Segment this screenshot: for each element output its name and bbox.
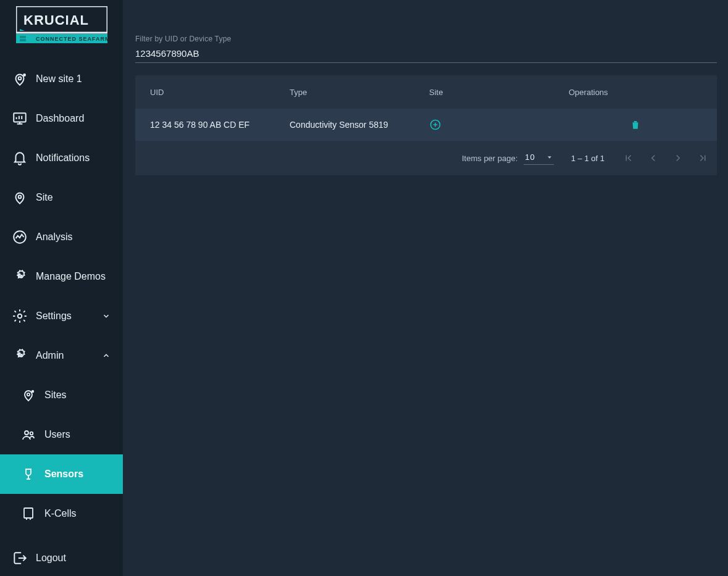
svg-point-15	[25, 431, 28, 435]
logout-icon	[11, 549, 28, 567]
sidebar-item-label: Users	[44, 429, 112, 440]
col-operations: Operations	[569, 88, 702, 97]
users-icon	[20, 426, 37, 443]
table-footer: Items per page: 10 1 – 1 of 1	[135, 141, 717, 175]
krucial-logo-icon: KRUCIAL CONNECTED SEAFARM	[16, 6, 107, 43]
sidebar-item-analysis[interactable]: Analysis	[0, 217, 123, 257]
items-per-page: Items per page: 10	[462, 151, 554, 165]
sidebar-item-settings[interactable]: Settings	[0, 296, 123, 336]
sidebar-item-label: Analysis	[36, 232, 112, 243]
bell-icon	[11, 149, 28, 167]
svg-point-14	[31, 390, 34, 393]
filter-input[interactable]	[135, 46, 717, 63]
sensor-icon	[20, 465, 37, 483]
sidebar-item-sites[interactable]: Sites	[0, 375, 123, 415]
svg-rect-5	[20, 39, 26, 41]
cell-site	[429, 119, 569, 131]
sensors-table: UID Type Site Operations 12 34 56 78 90 …	[135, 75, 717, 175]
svg-point-12	[18, 314, 22, 319]
sidebar-item-sensors[interactable]: Sensors	[0, 454, 123, 494]
cell-uid: 12 34 56 78 90 AB CD EF	[150, 120, 290, 130]
svg-rect-17	[24, 508, 33, 518]
pager	[622, 151, 709, 165]
map-pin-dot-icon	[20, 386, 37, 404]
svg-point-13	[27, 393, 30, 396]
sidebar-item-label: Admin	[36, 350, 93, 361]
sidebar-item-new-site-1[interactable]: New site 1	[0, 59, 123, 99]
items-per-page-value: 10	[525, 152, 535, 162]
map-pin-dot-icon	[11, 70, 28, 88]
svg-text:KRUCIAL: KRUCIAL	[23, 12, 89, 28]
sidebar-item-label: Notifications	[36, 152, 112, 164]
svg-point-16	[30, 432, 33, 435]
filter-label: Filter by UID or Device Type	[135, 35, 717, 43]
sidebar-item-label: Sensors	[44, 469, 112, 480]
table-row: 12 34 56 78 90 AB CD EF Conductivity Sen…	[135, 109, 717, 141]
sidebar-item-notifications[interactable]: Notifications	[0, 138, 123, 178]
sidebar-item-label: Sites	[44, 390, 112, 401]
page-range: 1 – 1 of 1	[571, 154, 605, 163]
gear-icon	[11, 307, 28, 325]
sidebar-item-site[interactable]: Site	[0, 178, 123, 217]
chevron-left-icon	[648, 152, 659, 164]
prev-page-button[interactable]	[646, 151, 660, 165]
sidebar-item-dashboard[interactable]: Dashboard	[0, 99, 123, 138]
svg-marker-1	[20, 29, 25, 31]
svg-point-10	[19, 196, 22, 199]
sidebar-item-admin[interactable]: Admin	[0, 336, 123, 375]
kcell-icon	[20, 505, 37, 522]
svg-rect-4	[20, 36, 26, 38]
last-page-icon	[697, 152, 708, 164]
star-badge-icon	[11, 268, 28, 285]
sidebar-item-label: Logout	[36, 553, 112, 564]
nav: New site 1 Dashboard	[0, 59, 123, 576]
sidebar-item-manage-demos[interactable]: Manage Demos	[0, 257, 123, 296]
sidebar-item-label: Settings	[36, 311, 93, 322]
sidebar: KRUCIAL CONNECTED SEAFARM New site 1	[0, 0, 123, 576]
last-page-button[interactable]	[696, 151, 709, 165]
dropdown-arrow-icon	[546, 154, 553, 161]
cell-operations	[569, 119, 702, 131]
svg-rect-9	[14, 113, 26, 122]
col-uid: UID	[150, 88, 290, 97]
svg-text:CONNECTED SEAFARM: CONNECTED SEAFARM	[36, 36, 107, 42]
sidebar-item-kcells[interactable]: K-Cells	[0, 494, 123, 533]
dashboard-icon	[11, 110, 28, 127]
sidebar-item-label: Site	[36, 192, 112, 203]
map-pin-icon	[11, 189, 28, 206]
sidebar-item-label: Dashboard	[36, 113, 112, 124]
sidebar-item-label: Manage Demos	[36, 271, 112, 282]
sidebar-item-users[interactable]: Users	[0, 415, 123, 454]
plus-circle-icon	[429, 119, 441, 131]
next-page-button[interactable]	[671, 151, 685, 165]
sidebar-item-label: K-Cells	[44, 508, 112, 519]
svg-point-7	[19, 77, 22, 80]
add-site-button[interactable]	[429, 119, 441, 131]
items-per-page-select[interactable]: 10	[524, 151, 553, 165]
col-type: Type	[290, 88, 429, 97]
chevron-down-icon	[101, 311, 112, 322]
first-page-button[interactable]	[622, 151, 635, 165]
chevron-right-icon	[672, 152, 684, 164]
sidebar-item-label: New site 1	[36, 73, 112, 85]
chevron-up-icon	[101, 350, 112, 361]
delete-button[interactable]	[629, 119, 642, 131]
cell-type: Conductivity Sensor 5819	[290, 120, 429, 130]
first-page-icon	[623, 152, 634, 164]
trash-icon	[630, 119, 641, 130]
analytics-icon	[11, 228, 28, 246]
filter-block: Filter by UID or Device Type	[135, 35, 717, 63]
star-badge-icon	[11, 347, 28, 364]
main-content: Filter by UID or Device Type UID Type Si…	[123, 0, 728, 576]
brand-logo: KRUCIAL CONNECTED SEAFARM	[0, 0, 123, 47]
col-site: Site	[429, 88, 569, 97]
sidebar-item-logout[interactable]: Logout	[0, 538, 123, 576]
svg-point-8	[23, 73, 26, 77]
items-per-page-label: Items per page:	[462, 154, 517, 163]
table-header: UID Type Site Operations	[135, 75, 717, 109]
